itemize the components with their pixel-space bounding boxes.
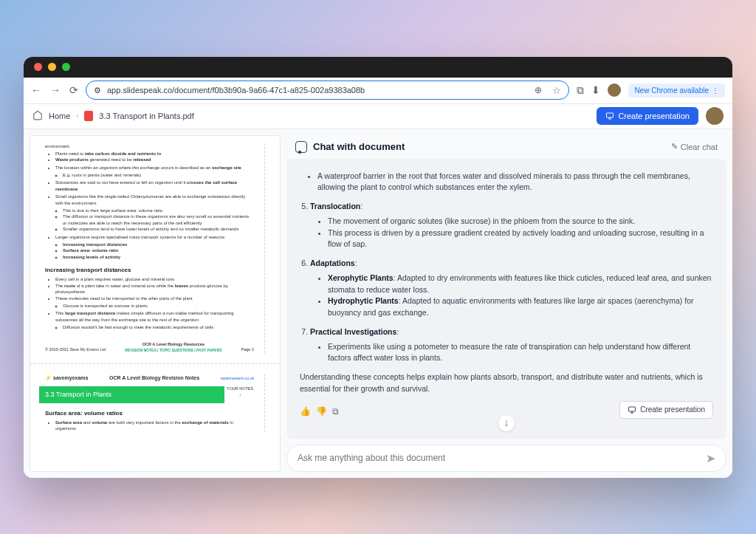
chat-list-item: Practical Investigations: Experiments li… [310,326,713,364]
nav-controls: ← → ⟳ [31,84,78,96]
minimize-window-icon[interactable] [48,63,56,71]
chat-list-item: Translocation: The movement of organic s… [310,201,713,250]
thumbs-up-icon[interactable]: 👍 [300,405,310,415]
chat-summary: Understanding these concepts helps expla… [300,372,713,395]
doc-page-number: Page 2 [241,347,254,353]
chat-header: Chat with document ✎ Clear chat [286,135,726,159]
presentation-icon [605,112,614,120]
copy-icon[interactable]: ⧉ [332,405,343,415]
clear-chat-label: Clear chat [681,143,718,151]
page-divider [30,363,280,364]
breadcrumb-file: 3.3 Transport in Plants.pdf [99,112,193,120]
profile-avatar-icon[interactable] [608,83,621,97]
savemyexams-logo: ⚡ savemyexams [45,374,89,382]
chat-panel: Chat with document ✎ Clear chat A waterp… [286,135,726,472]
app-header: Home › 3.3 Transport in Plants.pdf Creat… [24,104,732,129]
zoom-icon[interactable]: ⊕ [535,85,542,95]
chat-title: Chat with document [313,141,405,152]
home-icon[interactable] [32,110,43,122]
svg-rect-1 [629,407,636,411]
url-text: app.slidespeak.co/document/f0b3b90a-9a66… [107,86,365,95]
doc-section-title: 3.3 Transport in Plants [39,386,224,403]
app-content: environment Plants need to take carbon d… [24,129,732,478]
presentation-icon [628,405,636,414]
download-icon[interactable]: ⬇ [591,84,600,96]
doc-copyright: © 2015-2021 Save My Exams Ltd [45,347,106,353]
scroll-down-button[interactable]: ↓ [498,415,515,431]
create-presentation-button[interactable]: Create presentation [597,107,698,125]
window-titlebar [24,57,732,78]
close-window-icon[interactable] [34,63,42,71]
inline-create-presentation-button[interactable]: Create presentation [619,401,713,419]
clear-chat-button[interactable]: ✎ Clear chat [671,142,718,151]
chat-input[interactable]: ➤ [286,445,726,472]
chat-list-item: Adaptations: Xerophytic Plants: Adapted … [310,258,713,319]
doc-page2-link: savemyexams.co.uk [221,376,254,381]
doc-body-text: environment Plants need to take carbon d… [45,143,254,331]
maximize-window-icon[interactable] [62,63,70,71]
url-bar[interactable]: ⚙ app.slidespeak.co/document/f0b3b90a-9a… [86,81,569,100]
doc-footer-title: OCR A Level Biology Resources [125,342,221,348]
doc-heading: Increasing transport distances [45,266,254,274]
breadcrumb-sep-icon: › [76,112,78,120]
chat-icon [295,141,307,153]
browser-window: ← → ⟳ ⚙ app.slidespeak.co/document/f0b3b… [24,57,732,478]
chat-text-field[interactable] [298,453,706,463]
extensions-icon[interactable]: ⧉ [577,84,584,97]
back-icon[interactable]: ← [31,84,41,96]
create-presentation-label: Create presentation [618,112,690,120]
bolt-icon: ⚡ [45,374,52,382]
forward-icon[interactable]: → [50,84,61,96]
down-arrow-icon: ↓ [226,392,254,398]
reload-icon[interactable]: ⟳ [69,84,78,96]
menu-icon[interactable]: ⋮ [712,86,719,95]
inline-create-presentation-label: Create presentation [640,405,705,414]
breadcrumb-home[interactable]: Home [49,112,70,120]
send-icon[interactable]: ➤ [706,451,715,465]
toolbar-right: ⧉ ⬇ New Chrome available ⋮ [577,83,725,97]
pdf-icon [84,111,93,121]
doc-footer: © 2015-2021 Save My Exams Ltd OCR A Leve… [45,342,254,353]
doc-footer-links: REVISION NOTES | TOPIC QUESTIONS | PAST … [125,348,221,353]
thumbs-down-icon[interactable]: 👎 [316,405,326,415]
document-preview[interactable]: environment Plants need to take carbon d… [30,135,281,472]
chat-response: A waterproof barrier in the root that fo… [286,159,726,439]
doc-heading: Surface area: volume ratios [45,409,254,417]
doc-page2-header: ⚡ savemyexams OCR A Level Biology Revisi… [45,374,254,382]
browser-toolbar: ← → ⟳ ⚙ app.slidespeak.co/document/f0b3b… [24,78,732,104]
star-icon[interactable]: ☆ [552,85,561,96]
your-notes-label: YOUR NOTES [226,386,254,392]
chat-list-item: A waterproof barrier in the root that fo… [317,171,713,194]
user-avatar[interactable] [706,107,724,125]
doc-text: environment [45,144,69,148]
eraser-icon: ✎ [671,142,678,151]
chrome-update-chip[interactable]: New Chrome available ⋮ [628,83,725,97]
site-info-icon[interactable]: ⚙ [94,86,101,95]
doc-page2-title: OCR A Level Biology Revision Notes [109,374,199,382]
breadcrumb: Home › 3.3 Transport in Plants.pdf [32,110,194,122]
chrome-chip-label: New Chrome available [634,86,709,95]
svg-rect-0 [607,113,614,117]
